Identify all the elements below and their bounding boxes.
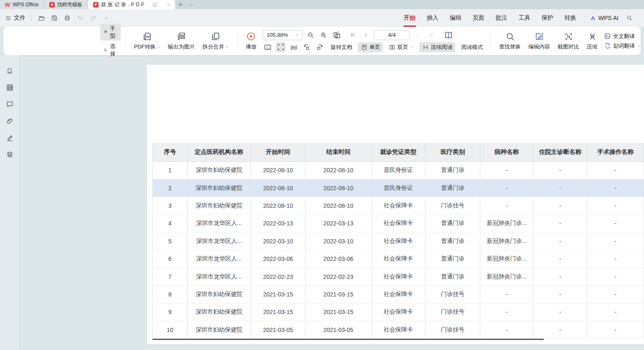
tab-document-pdf[interactable]: P 就医记录.PDF <box>88 0 175 9</box>
table-row: 8深圳市妇幼保健院2021-03-152021-03-15社会保障卡门诊挂号--… <box>153 286 644 303</box>
divider <box>237 31 238 51</box>
table-cell: 深圳市妇幼保健院 <box>187 161 251 179</box>
table-cell: 2022-03-10 <box>251 232 305 250</box>
export-image-button[interactable]: 输出为图片 <box>164 31 199 51</box>
find-replace-button[interactable]: 查找替换 <box>495 31 525 51</box>
tab-home[interactable]: 开始 <box>404 14 416 22</box>
edit-content-button[interactable]: 编辑内容 <box>525 31 554 51</box>
table-cell: 门诊挂号 <box>425 321 480 339</box>
word-translate-button[interactable]: 文 A 划词翻译 <box>604 42 641 50</box>
table-cell: 普通门诊 <box>425 232 480 250</box>
close-tab-icon[interactable] <box>164 1 172 8</box>
layers-icon[interactable] <box>4 149 15 160</box>
undo-redo-chevron-icon[interactable] <box>101 13 111 23</box>
tab-convert[interactable]: 转换 <box>565 14 576 22</box>
table-cell: 2022-08-10 <box>305 197 371 215</box>
read-mode-button[interactable]: 阅读模式 <box>458 42 486 52</box>
divider <box>31 15 31 21</box>
replace-page-icon[interactable] <box>332 30 342 40</box>
next-page-icon[interactable] <box>413 30 423 40</box>
zoom-out-icon[interactable] <box>306 30 316 40</box>
rotate-right-icon[interactable] <box>314 42 325 52</box>
tab-comment[interactable]: 批注 <box>496 14 507 22</box>
table-row: 6深圳市龙华区人...2022-03-062022-03-06社会保障卡普通门诊… <box>153 250 644 268</box>
table-cell: - <box>533 179 587 197</box>
tab-protect[interactable]: 保护 <box>542 14 553 22</box>
bookmark-icon[interactable] <box>4 65 15 77</box>
table-cell: 8 <box>153 286 188 303</box>
hand-tool-button[interactable]: 手型 <box>100 24 121 41</box>
pdf-file-icon: P <box>93 2 99 8</box>
open-file-icon[interactable] <box>37 13 46 23</box>
tab-label: 找稻壳模板 <box>57 1 82 8</box>
tab-tools[interactable]: 工具 <box>519 14 530 22</box>
actual-size-icon[interactable]: 1:1 <box>263 42 273 52</box>
compress-label: 压缩 <box>587 43 598 51</box>
new-tab-button[interactable] <box>175 0 186 9</box>
single-page-button[interactable]: 单页 <box>358 42 383 52</box>
play-icon <box>246 31 256 41</box>
compress-button[interactable]: 压缩 <box>583 31 601 51</box>
tab-page[interactable]: 页面 <box>473 14 484 22</box>
tab-docer-templates[interactable]: d 找稻壳模板 <box>44 0 87 9</box>
save-icon[interactable] <box>50 13 59 23</box>
comment-icon[interactable] <box>4 99 15 110</box>
rotate-document-label: 旋转文档 <box>330 43 352 51</box>
play-button[interactable]: 播放 <box>242 31 260 51</box>
redo-icon[interactable] <box>89 13 98 23</box>
zoom-in-icon[interactable] <box>319 30 329 40</box>
double-page-button[interactable]: 双页 <box>386 42 416 52</box>
split-merge-button[interactable]: 拆分合并 <box>199 31 233 51</box>
monitor-icon[interactable] <box>151 1 159 8</box>
table-cell: 2021-03-15 <box>251 303 305 321</box>
continuous-reading-button[interactable]: 连续阅读 <box>419 42 455 52</box>
table-row: 2深圳市妇幼保健院2022-08-102022-08-10居民身份证普通门诊--… <box>153 179 644 197</box>
table-cell: 2022-08-10 <box>305 161 371 179</box>
table-cell: 居民身份证 <box>371 179 425 197</box>
single-page-label: 单页 <box>369 43 380 51</box>
tab-insert[interactable]: 插入 <box>427 14 439 22</box>
edit-content-icon <box>535 32 544 41</box>
zoom-level-select[interactable]: 105.88% <box>263 30 303 40</box>
select-tool-button[interactable]: 选择 <box>100 42 121 59</box>
table-row: 10深圳市妇幼保健院2021-03-052021-03-05社会保障卡门诊挂号-… <box>153 321 644 339</box>
screenshot-compare-icon <box>564 32 573 41</box>
chevron-down-icon <box>410 45 413 49</box>
file-menu-button[interactable]: 文件 <box>5 14 25 22</box>
search-icon[interactable] <box>625 13 634 23</box>
file-menu-label: 文件 <box>14 14 25 22</box>
tab-edit[interactable]: 编辑 <box>450 14 461 22</box>
full-text-translate-button[interactable]: A 文 全文翻译 <box>604 33 641 40</box>
table-cell: 2022-02-23 <box>305 268 371 285</box>
undo-icon[interactable] <box>76 13 85 23</box>
screenshot-compare-button[interactable]: 截图对比 <box>554 31 583 51</box>
table-cell: 门诊挂号 <box>425 303 480 321</box>
tab-list-chevron-icon[interactable] <box>186 0 197 9</box>
tab-wps-office[interactable]: W WPS Office <box>0 0 43 9</box>
pdf-page[interactable]: 序号定点医药机构名称开始时间结束时间就诊凭证类型医疗类别病种名称住院主诊断名称手… <box>147 65 644 344</box>
pdf-convert-label: PDF转换 <box>134 43 156 51</box>
read-mode-icon[interactable] <box>444 30 454 40</box>
pdf-convert-button[interactable]: W PDF转换 <box>130 31 164 51</box>
prev-page-icon[interactable] <box>361 30 371 40</box>
table-cell: 社会保障卡 <box>371 250 425 268</box>
thumbnail-icon[interactable] <box>4 82 15 93</box>
read-mode-label: 阅读模式 <box>461 43 483 51</box>
attachment-icon[interactable] <box>4 115 15 127</box>
rotate-left-icon[interactable] <box>302 42 312 52</box>
print-icon[interactable] <box>63 13 72 23</box>
svg-text:1:1: 1:1 <box>266 46 269 49</box>
fit-page-icon[interactable] <box>276 42 286 52</box>
table-cell: 社会保障卡 <box>371 303 425 321</box>
column-header: 序号 <box>153 143 188 161</box>
table-cell: 2022-08-10 <box>305 179 371 197</box>
wps-ai-button[interactable]: WPS AI <box>590 15 619 21</box>
fit-width-icon[interactable] <box>289 42 299 52</box>
page-number-input[interactable]: 4/4 <box>374 30 410 40</box>
signature-pen-icon[interactable] <box>4 132 15 143</box>
first-page-icon[interactable] <box>348 30 358 40</box>
table-cell: 深圳市妇幼保健院 <box>187 197 251 215</box>
table-cell: - <box>533 268 587 285</box>
last-page-icon[interactable] <box>426 30 436 40</box>
rotate-document-button[interactable]: 旋转文档 <box>327 42 355 52</box>
